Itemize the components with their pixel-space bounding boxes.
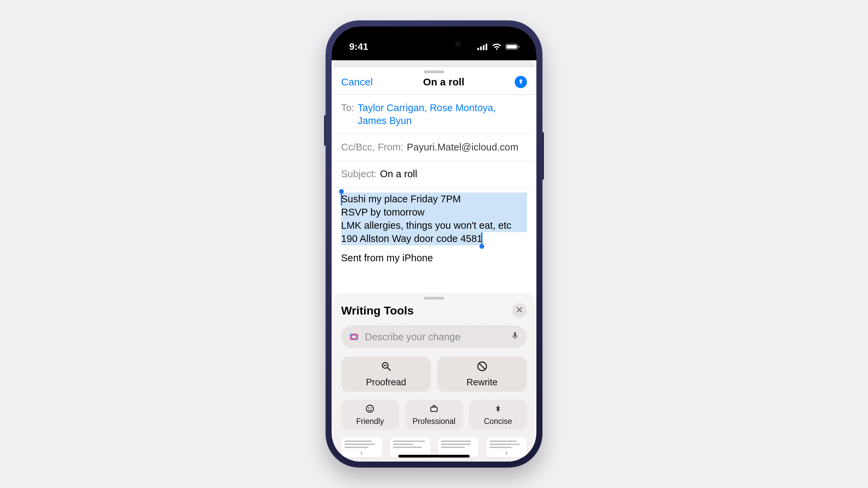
writing-tools-sheet: Writing Tools Describe your c xyxy=(333,293,535,462)
wifi-icon xyxy=(492,43,502,50)
svg-line-14 xyxy=(479,364,485,369)
proofread-icon xyxy=(380,361,392,374)
arrow-up-icon xyxy=(517,78,524,86)
compose-sheet: Cancel On a roll To: Taylor Carrigan, Ro… xyxy=(333,67,535,462)
signature-line: Sent from my iPhone xyxy=(341,251,527,265)
svg-rect-2 xyxy=(483,45,485,50)
background-sheet-peek xyxy=(333,60,535,67)
selection-end-handle[interactable] xyxy=(479,244,484,249)
subject-value[interactable]: On a roll xyxy=(380,168,527,181)
body-line-3: LMK allergies, things you won't eat, etc xyxy=(341,219,527,232)
rewrite-label: Rewrite xyxy=(467,377,498,388)
selection-start-caret xyxy=(341,192,342,205)
body-line-1: Sushi my place Friday 7PM xyxy=(341,192,527,206)
writing-tools-title: Writing Tools xyxy=(341,304,414,317)
professional-label: Professional xyxy=(413,417,456,426)
describe-change-input[interactable]: Describe your change xyxy=(341,325,527,348)
phone-frame: 9:41 xyxy=(326,20,542,468)
concise-button[interactable]: Concise xyxy=(469,400,527,430)
selection-end-caret xyxy=(481,232,482,245)
to-label: To: xyxy=(341,102,354,115)
microphone-icon xyxy=(511,331,519,342)
to-recipients[interactable]: Taylor Carrigan, Rose Montoya, James Byu… xyxy=(358,102,527,127)
cancel-button[interactable]: Cancel xyxy=(341,76,373,88)
svg-rect-6 xyxy=(518,46,519,48)
dictation-button[interactable] xyxy=(511,331,519,343)
rewrite-button[interactable]: Rewrite xyxy=(437,357,527,392)
compose-grabber[interactable] xyxy=(424,70,444,73)
cellular-icon xyxy=(477,43,488,50)
compose-body[interactable]: Sushi my place Friday 7PM RSVP by tomorr… xyxy=(333,187,535,293)
phone-bezel: 9:41 xyxy=(332,26,536,462)
chevron-down-icon: ↓ xyxy=(505,449,508,456)
to-field-row[interactable]: To: Taylor Carrigan, Rose Montoya, James… xyxy=(333,94,535,134)
text-selection[interactable]: Sushi my place Friday 7PM RSVP by tomorr… xyxy=(341,192,527,246)
format-card-1[interactable]: ↓ xyxy=(341,437,382,458)
format-card-3[interactable] xyxy=(438,437,479,458)
friendly-label: Friendly xyxy=(356,417,384,426)
phone-screen: 9:41 xyxy=(332,26,536,462)
compose-nav-bar: Cancel On a roll xyxy=(333,75,535,94)
from-address[interactable]: Payuri.Matel@icloud.com xyxy=(407,141,527,154)
svg-rect-1 xyxy=(480,46,482,50)
svg-rect-5 xyxy=(507,45,517,49)
subject-field-row[interactable]: Subject: On a roll xyxy=(333,161,535,187)
status-time: 9:41 xyxy=(349,41,368,52)
writing-tools-grabber[interactable] xyxy=(424,297,444,300)
ccbcc-field-row[interactable]: Cc/Bcc, From: Payuri.Matel@icloud.com xyxy=(333,134,535,161)
svg-rect-0 xyxy=(477,48,479,50)
friendly-button[interactable]: Friendly xyxy=(341,400,399,430)
smiley-icon xyxy=(365,404,375,415)
svg-rect-3 xyxy=(486,44,487,50)
format-card-2[interactable] xyxy=(390,437,431,458)
body-line-2: RSVP by tomorrow xyxy=(341,206,527,219)
compose-title: On a roll xyxy=(423,76,465,88)
body-line-4: 190 Allston Way door code 4581 xyxy=(341,232,482,245)
concise-icon xyxy=(493,404,503,415)
close-icon xyxy=(516,306,523,315)
svg-point-16 xyxy=(369,408,369,408)
proofread-button[interactable]: Proofread xyxy=(341,357,431,392)
home-indicator[interactable] xyxy=(398,455,470,458)
battery-icon xyxy=(505,43,520,50)
professional-button[interactable]: Professional xyxy=(405,400,463,430)
concise-label: Concise xyxy=(484,417,512,426)
status-right xyxy=(477,43,520,50)
ccbcc-label: Cc/Bcc, From: xyxy=(341,141,403,154)
svg-line-11 xyxy=(388,368,391,371)
apple-intelligence-icon xyxy=(349,331,359,342)
svg-rect-18 xyxy=(431,407,437,411)
svg-point-17 xyxy=(371,408,371,408)
subject-label: Subject: xyxy=(341,168,377,181)
describe-change-placeholder: Describe your change xyxy=(365,331,505,343)
format-card-4[interactable]: ↓ xyxy=(486,437,527,458)
send-button[interactable] xyxy=(515,76,527,88)
dynamic-island xyxy=(402,35,466,53)
briefcase-icon xyxy=(429,404,439,415)
proofread-label: Proofread xyxy=(366,377,406,388)
chevron-down-icon: ↓ xyxy=(360,449,363,456)
close-button[interactable] xyxy=(512,303,527,318)
svg-point-15 xyxy=(367,405,374,412)
rewrite-icon xyxy=(476,361,488,374)
